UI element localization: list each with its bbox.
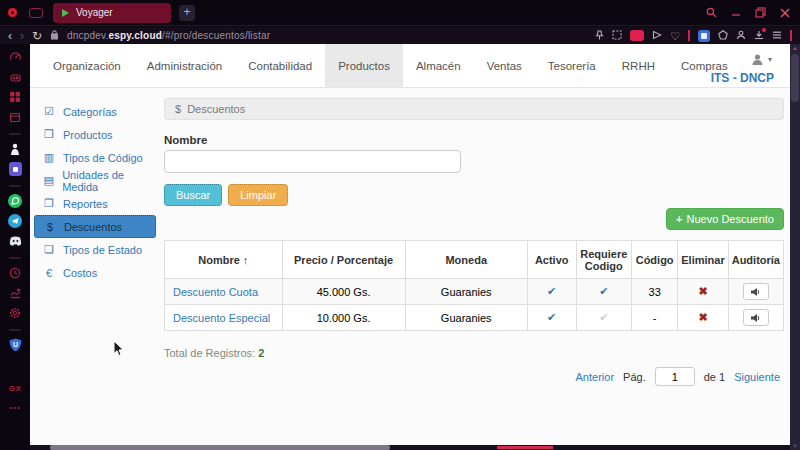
scroll-down-icon[interactable]: ▼ (790, 443, 800, 449)
horizontal-scrollbar[interactable] (30, 445, 790, 450)
sidebar-item-categorias[interactable]: ☑Categorías (34, 100, 156, 123)
back-icon[interactable]: ‹ (8, 31, 12, 41)
pin-icon[interactable] (595, 30, 604, 42)
minimize-button[interactable] (731, 4, 741, 22)
col-eliminar[interactable]: Eliminar (678, 241, 728, 279)
plus-icon: + (676, 213, 682, 225)
nav-contabilidad[interactable]: Contabilidad (235, 44, 325, 87)
browser-tab[interactable]: Voyager (53, 3, 171, 23)
divider (9, 257, 21, 259)
discord-icon[interactable] (9, 234, 22, 248)
nav-tesoreria[interactable]: Tesorería (535, 44, 609, 87)
menu-icon[interactable] (772, 30, 782, 42)
whatsapp-icon[interactable] (8, 194, 22, 208)
audit-button[interactable] (743, 309, 769, 326)
bookmark-heart-icon[interactable]: ♡ (670, 31, 680, 41)
col-precio[interactable]: Precio / Porcentaje (282, 241, 405, 279)
url-bar: ‹ › ↻ dncpdev.espy.cloud/#/pro/descuento… (0, 27, 800, 44)
extension-icon[interactable] (698, 30, 710, 42)
nav-administracion[interactable]: Administración (134, 44, 235, 87)
col-nombre[interactable]: Nombre ↑ (165, 241, 283, 279)
restore-button[interactable] (755, 4, 766, 22)
lock-icon[interactable] (50, 30, 59, 42)
sidebar-item-productos[interactable]: ❒Productos (34, 123, 156, 146)
discount-name-link[interactable]: Descuento Cuota (165, 279, 283, 305)
status-icon: ❏ (43, 243, 55, 256)
user-menu[interactable]: ▾ (751, 53, 772, 66)
requires-code-check-icon: ✔ (599, 311, 608, 323)
sidebar-setup-icon[interactable] (718, 30, 728, 42)
total-records: Total de Registros: 2 (164, 347, 784, 359)
sidebar-item-reportes[interactable]: ❐Reportes (34, 192, 156, 215)
send-to-device-icon[interactable] (652, 30, 662, 42)
sidebar-item-tipos-codigo[interactable]: ▥Tipos de Código (34, 146, 156, 169)
snapshot-icon[interactable] (612, 30, 622, 42)
address-text[interactable]: dncpdev.espy.cloud/#/pro/descuentos/list… (67, 30, 270, 41)
barcode-icon: ▥ (43, 151, 55, 164)
sidebar-item-descuentos[interactable]: $Descuentos (34, 215, 156, 238)
hot-tabs-icon[interactable] (9, 90, 21, 104)
table-header-row: Nombre ↑ Precio / Porcentaje Moneda Acti… (165, 241, 784, 279)
settings-gear-icon[interactable] (9, 306, 21, 320)
col-moneda[interactable]: Moneda (405, 241, 527, 279)
sidebar-item-tipos-estado[interactable]: ❏Tipos de Estado (34, 238, 156, 261)
ublock-shield-icon[interactable]: U (9, 338, 22, 352)
reload-icon[interactable]: ↻ (32, 31, 42, 41)
col-codigo[interactable]: Código (632, 241, 678, 279)
new-tab-button[interactable]: + (179, 5, 195, 21)
my-flow-icon[interactable] (9, 286, 22, 300)
prev-page-link[interactable]: Anterior (576, 371, 615, 383)
gx-corner-icon[interactable] (29, 8, 43, 18)
products-icon: ❒ (43, 128, 55, 141)
dollar-icon: $ (44, 221, 56, 233)
delete-icon[interactable]: ✖ (698, 311, 707, 323)
gx-booster-icon[interactable] (9, 70, 22, 84)
sidebar-item-costos[interactable]: €Costos (34, 261, 156, 284)
overflow-dots-icon[interactable]: ••• (9, 403, 20, 412)
forward-icon[interactable]: › (20, 31, 24, 41)
next-page-link[interactable]: Siguiente (734, 371, 780, 383)
mods-box-icon[interactable] (9, 110, 21, 124)
search-button[interactable]: Buscar (164, 184, 222, 206)
col-requiere-codigo[interactable]: Requiere Codigo (576, 241, 632, 279)
vertical-scrollbar[interactable]: ▲ ▼ (790, 44, 800, 450)
history-icon[interactable] (9, 266, 21, 280)
scroll-up-icon[interactable]: ▲ (790, 45, 800, 51)
scrollbar-marker (497, 446, 553, 449)
dollar-icon: $ (175, 103, 181, 115)
page-number-input[interactable] (655, 367, 695, 386)
gx-speed-icon[interactable] (9, 50, 22, 64)
new-discount-button[interactable]: +Nuevo Descuento (666, 208, 784, 230)
delete-icon[interactable]: ✖ (698, 285, 707, 297)
vpn-badge-icon[interactable] (630, 30, 644, 41)
nav-almacen[interactable]: Almacén (403, 44, 474, 87)
euro-icon: € (43, 267, 55, 279)
divider (790, 30, 792, 41)
reports-icon: ❐ (43, 197, 55, 210)
tab-title: Voyager (76, 7, 113, 18)
downloads-icon[interactable] (754, 30, 764, 42)
telegram-icon[interactable] (8, 214, 22, 228)
audit-button[interactable] (743, 283, 769, 300)
col-activo[interactable]: Activo (527, 241, 576, 279)
col-auditoria[interactable]: Auditoría (728, 241, 783, 279)
search-icon[interactable] (706, 4, 717, 22)
gx-store-icon[interactable] (9, 162, 22, 176)
name-input[interactable] (164, 150, 461, 173)
divider (9, 133, 21, 135)
nav-ventas[interactable]: Ventas (474, 44, 535, 87)
vertical-scrollbar-thumb[interactable] (791, 54, 799, 102)
profile-icon[interactable] (736, 30, 746, 42)
close-button[interactable] (780, 4, 790, 22)
nav-organizacion[interactable]: Organización (40, 44, 134, 87)
nav-productos[interactable]: Productos (325, 44, 403, 87)
gx-logo: GX (9, 384, 22, 393)
horizontal-scrollbar-thumb[interactable] (50, 445, 390, 450)
divider (9, 185, 21, 187)
nav-rrhh[interactable]: RRHH (609, 44, 668, 87)
clear-button[interactable]: Limpiar (228, 184, 288, 206)
opera-logo-icon[interactable] (8, 8, 17, 17)
sidebar-item-unidades[interactable]: ▤Unidades de Medida (34, 169, 156, 192)
discount-name-link[interactable]: Descuento Especial (165, 305, 283, 331)
pinned-site-icon[interactable] (9, 142, 21, 156)
